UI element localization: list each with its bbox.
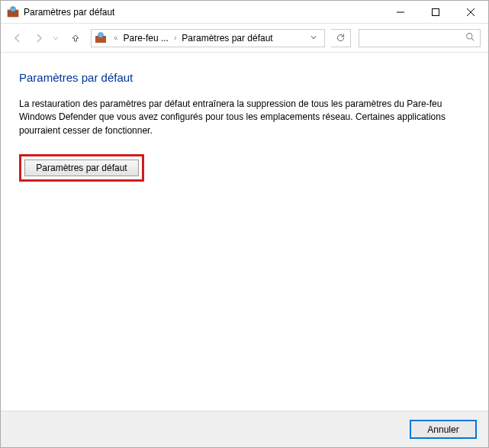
window-title: Paramètres par défaut	[24, 7, 383, 18]
address-bar[interactable]: « Pare-feu ... › Paramètres par défaut	[91, 29, 325, 47]
search-input[interactable]	[364, 33, 465, 44]
navigation-bar: « Pare-feu ... › Paramètres par défaut	[1, 24, 488, 53]
back-button[interactable]	[8, 29, 27, 47]
window-controls	[383, 1, 488, 23]
search-box[interactable]	[359, 29, 481, 47]
cancel-button[interactable]: Annuler	[410, 421, 476, 438]
forward-button[interactable]	[30, 29, 48, 47]
recent-locations-chevron[interactable]	[51, 29, 60, 47]
page-heading: Paramètres par défaut	[19, 71, 470, 84]
svg-line-15	[471, 38, 474, 40]
breadcrumb-item[interactable]: Pare-feu ...	[122, 33, 170, 44]
up-button[interactable]	[66, 29, 85, 47]
close-button[interactable]	[453, 1, 488, 23]
firewall-icon	[95, 32, 107, 44]
chevron-right-icon: ›	[170, 34, 180, 42]
svg-point-13	[98, 32, 104, 37]
refresh-button[interactable]	[331, 29, 351, 47]
titlebar: Paramètres par défaut	[1, 1, 488, 24]
footer-bar: Annuler	[1, 411, 488, 447]
page-description: La restauration des paramètres par défau…	[19, 98, 469, 137]
svg-point-14	[467, 33, 472, 38]
address-dropdown-chevron[interactable]	[306, 34, 321, 42]
minimize-button[interactable]	[383, 1, 418, 23]
highlight-annotation: Paramètres par défaut	[19, 154, 144, 182]
content-area: Paramètres par défaut La restauration de…	[1, 53, 488, 411]
firewall-icon	[7, 6, 19, 18]
search-icon	[465, 32, 475, 44]
svg-point-7	[11, 6, 16, 11]
breadcrumb-prefix: «	[110, 34, 122, 42]
restore-defaults-button[interactable]: Paramètres par défaut	[24, 160, 139, 176]
maximize-button[interactable]	[418, 1, 453, 23]
svg-rect-9	[433, 8, 439, 15]
breadcrumb-item[interactable]: Paramètres par défaut	[180, 33, 274, 44]
